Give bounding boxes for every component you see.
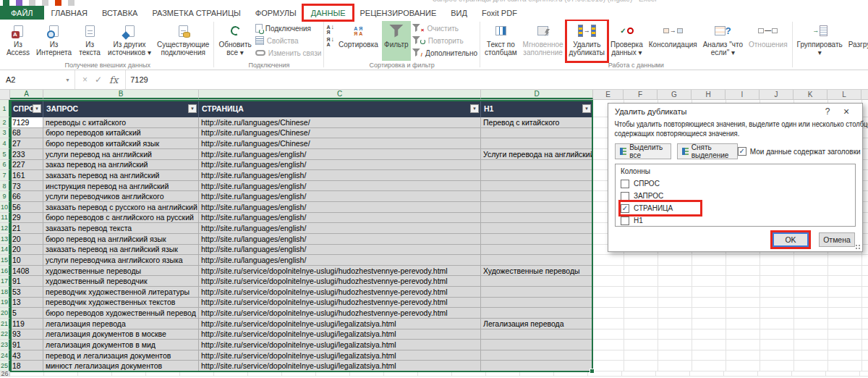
column-header-L[interactable]: L [827, 90, 861, 99]
other-sources-button[interactable]: Из другихисточников ▾ [106, 21, 153, 61]
row-number[interactable]: 26 [0, 371, 10, 377]
remove-duplicates-button[interactable]: →Удалитьдубликаты [567, 21, 607, 61]
tab-формулы[interactable]: ФОРМУЛЫ [248, 6, 304, 20]
cell[interactable]: http://site.ru/languages/english/ [199, 234, 481, 245]
empty-cells[interactable] [593, 255, 868, 266]
cell[interactable] [481, 138, 593, 149]
properties-button[interactable]: Свойства [255, 35, 322, 46]
cell[interactable] [481, 308, 593, 319]
relationships-button[interactable]: —Отношения [746, 21, 790, 61]
consolidate-button[interactable]: →Консолидация [647, 21, 699, 61]
cell[interactable]: инструкция перевод на английский [43, 181, 199, 192]
cell[interactable]: легализация документов в москве [43, 329, 199, 340]
column-header-C[interactable]: C [199, 90, 481, 99]
cell[interactable]: http://site.ru/service/dopolnitelnye-usl… [199, 361, 481, 371]
filter-dropdown-button[interactable]: ▼ [33, 104, 41, 113]
cell[interactable]: http://site.ru/languages/english/ [199, 255, 481, 266]
text-file-button[interactable]: Изтекста [75, 21, 104, 61]
cell[interactable] [481, 255, 593, 266]
insert-function-icon[interactable]: fx [109, 75, 118, 85]
help-icon[interactable]: ? [818, 106, 837, 117]
undo-icon[interactable] [29, 0, 35, 6]
row-number[interactable]: 7 [0, 170, 10, 181]
checkbox-checked-icon[interactable] [738, 147, 746, 156]
row-number[interactable]: 5 [0, 149, 10, 160]
select-all-button[interactable]: Выделить все [615, 143, 671, 159]
row-number[interactable]: 22 [0, 329, 10, 340]
filter-dropdown-button[interactable]: ▼ [188, 104, 197, 113]
row-number[interactable]: 18 [0, 287, 10, 298]
cell[interactable]: художественный переводчик [43, 276, 199, 287]
cell[interactable]: http://site.ru/service/dopolnitelnye-usl… [199, 329, 481, 340]
cell[interactable] [481, 213, 593, 224]
cell[interactable]: 161 [10, 170, 43, 181]
cell[interactable]: 73 [10, 181, 43, 192]
cell[interactable]: http://site.ru/service/dopolnitelnye-usl… [199, 266, 481, 277]
cell[interactable]: 66 [10, 191, 43, 202]
row-number[interactable]: 19 [0, 298, 10, 308]
cell[interactable]: переводчик художественных текстов [43, 298, 199, 308]
cell[interactable]: http://site.ru/service/dopolnitelnye-usl… [199, 298, 481, 308]
cell[interactable]: 91 [10, 340, 43, 350]
cell[interactable]: 227 [10, 160, 43, 171]
edit-links-button[interactable]: Изменить связи [255, 48, 322, 59]
ok-button[interactable]: OK [773, 232, 809, 247]
cell[interactable]: http://site.ru/languages/english/ [199, 181, 481, 192]
column-header-K[interactable]: K [793, 90, 827, 99]
cell[interactable]: Перевод с китайского [481, 117, 593, 128]
name-box[interactable]: A2 ▼ [0, 70, 75, 89]
column-option-запрос[interactable]: ЗАПРОС [621, 190, 850, 202]
empty-cells[interactable] [593, 276, 868, 287]
cell[interactable] [481, 329, 593, 340]
row-number[interactable]: 6 [0, 160, 10, 171]
column-header-H[interactable]: H [692, 90, 726, 99]
save-icon[interactable] [16, 0, 22, 6]
row-number[interactable]: 20 [0, 308, 10, 319]
cell[interactable]: 43 [10, 350, 43, 361]
cell[interactable]: 56 [10, 202, 43, 213]
column-option-страница[interactable]: СТРАНИЦА [621, 202, 700, 214]
column-option-спрос[interactable]: СПРОС [621, 177, 850, 190]
row-number[interactable]: 4 [0, 138, 10, 149]
cell[interactable]: переводчик художественной литературы [43, 287, 199, 298]
cell[interactable]: Легализация перевода [481, 319, 593, 329]
filter-dropdown-button[interactable]: ▼ [470, 104, 479, 113]
cell[interactable]: бюро переводов художественный перевод [43, 308, 199, 319]
unselect-all-button[interactable]: Снять выделение [677, 143, 738, 159]
column-header-A[interactable]: A [10, 90, 43, 99]
cell[interactable]: 91 [10, 276, 43, 287]
sort-dialog-button[interactable]: А ЯЯ АСортировка [336, 21, 380, 61]
tab-рецензирование[interactable]: РЕЦЕНЗИРОВАНИЕ [352, 6, 443, 20]
cell[interactable]: переводы с китайского [43, 117, 199, 128]
cell[interactable]: 93 [10, 329, 43, 340]
row-number[interactable]: 2 [0, 117, 10, 128]
empty-cells[interactable] [593, 266, 868, 277]
row-number[interactable]: 15 [0, 255, 10, 266]
cell[interactable]: http://site.ru/service/dopolnitelnye-usl… [199, 350, 481, 361]
existing-connections-button[interactable]: Существующиеподключения [155, 21, 211, 61]
what-if-analysis-button[interactable]: ?Анализ "чтоесли" ▾ [701, 21, 745, 61]
cell[interactable]: заказ перевод на английский [43, 160, 199, 171]
header-cell[interactable]: H1▼ [481, 100, 593, 117]
row-number[interactable]: 16 [0, 266, 10, 277]
cell[interactable]: заказать перевод текста [43, 223, 199, 234]
cell[interactable]: 1408 [10, 266, 43, 277]
columns-listbox[interactable]: Колонны СПРОСЗАПРОССТРАНИЦАH1 [615, 164, 856, 227]
web-file-button[interactable]: ИзИнтернета [34, 21, 74, 61]
cancel-button[interactable]: Отмена [819, 232, 855, 247]
empty-cells[interactable] [593, 329, 868, 340]
row-number[interactable]: 14 [0, 245, 10, 256]
cell[interactable]: услуги переводчика английского языка [43, 255, 199, 266]
cell[interactable]: http://site.ru/service/dopolnitelnye-usl… [199, 308, 481, 319]
text-to-columns-button[interactable]: Текст постолбцам [482, 21, 519, 61]
tab-вид[interactable]: ВИД [443, 6, 475, 20]
checkbox-unchecked-icon[interactable] [621, 180, 629, 188]
cell[interactable]: http://site.ru/languages/english/ [199, 160, 481, 171]
row-number[interactable]: 24 [0, 350, 10, 361]
row-number[interactable]: 21 [0, 319, 10, 329]
cell[interactable]: 20 [10, 234, 43, 245]
cell[interactable]: 53 [10, 287, 43, 298]
row-number[interactable]: 3 [0, 128, 10, 139]
column-header-rest[interactable] [861, 90, 868, 99]
sort-ascending-button[interactable]: АЯ↓ [326, 23, 335, 34]
